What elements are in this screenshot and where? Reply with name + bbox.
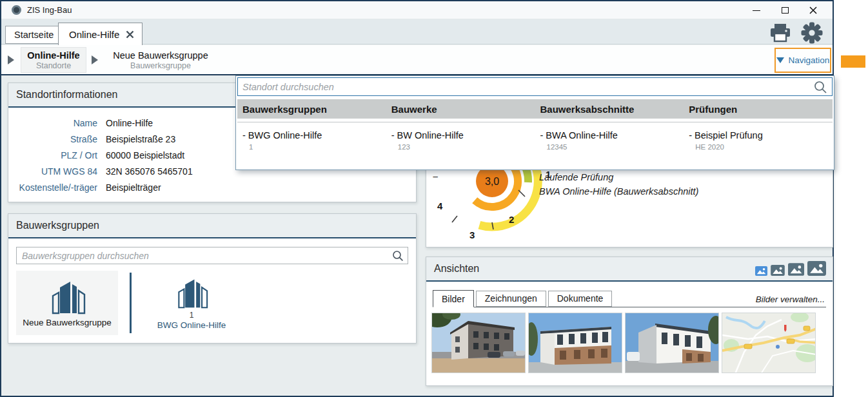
gauge-scale-label-4: 4 [437,200,443,211]
print-icon[interactable] [769,23,791,43]
tab-label: Zeichnungen [485,293,537,304]
item-subtitle: 123 [386,143,535,151]
panel-title: Ansichten [434,263,479,275]
tab-label: Dokumente [557,293,604,304]
item-subtitle: HE 2020 [684,143,833,151]
dropdown-item-bwa[interactable]: - BWA Online-Hilfe 12345 [535,130,684,151]
search-icon [814,81,827,94]
gauge-legend-line2: BWA Online-Hilfe (Bauwerksabschnitt) [539,184,698,198]
tab-bar: Startseite Online-Hilfe [1,19,833,44]
info-label: PLZ / Ort [8,150,97,160]
annotation-marker-orange [841,55,865,68]
info-label: Straße [8,134,97,144]
item-subtitle: 12345 [535,143,684,151]
gauge-tick [452,216,457,222]
panel-ansichten: Ansichten [426,257,833,386]
column-header-bauwerksgruppen: Bauwerksgruppen [237,104,386,115]
tab-bilder[interactable]: Bilder [433,290,474,307]
breadcrumb-item-bauwerksgruppe[interactable]: Neue Bauwerksgruppe Bauwerksgruppe [103,47,218,73]
image-size-medium-icon[interactable] [771,265,785,276]
image-size-large-icon[interactable] [788,263,804,276]
tab-online-hilfe-label: Online-Hilfe [69,29,119,40]
column-header-bauwerksabschnitte: Bauwerksabschnitte [535,104,684,115]
item-title: - Beispiel Prüfung [684,130,833,140]
tile-number: 1 [190,311,194,320]
breadcrumb-item-standort[interactable]: Online-Hilfe Standorte [21,47,86,73]
breadcrumb-item-title: Neue Bauwerksgruppe [113,50,208,61]
item-title: - BW Online-Hilfe [386,130,535,140]
breadcrumb: Online-Hilfe Standorte Neue Bauwerksgrup… [1,45,833,75]
breadcrumb-arrow-icon [92,55,98,64]
info-row-kostenstelle: Kostenstelle/-träger Beispielträger [8,179,416,195]
navigation-dropdown-button[interactable]: Navigation [774,48,831,73]
info-value: Beispielträger [106,182,161,193]
app-logo-icon [12,5,21,15]
dropdown-column-headers: Bauwerksgruppen Bauwerke Bauwerksabschni… [237,99,833,119]
maximize-icon [782,7,789,14]
tile-divider [130,273,132,333]
dropdown-separator [237,122,833,122]
bauwerksgruppen-search-input[interactable] [17,247,408,264]
navigation-button-label: Navigation [789,55,830,65]
dropdown-item-bwg[interactable]: - BWG Online-Hilfe 1 [237,130,386,151]
window-title: ZIS Ing-Bau [27,5,72,15]
gauge-scale-label-dash: – [433,171,438,182]
panel-title: Bauwerksgruppen [8,214,416,238]
breadcrumb-item-title: Online-Hilfe [27,50,79,61]
bilder-verwalten-link[interactable]: Bilder verwalten... [756,295,825,304]
tab-label: Bilder [442,294,465,304]
thumbnail-building-photo-2[interactable] [528,313,622,373]
item-title: - BWG Online-Hilfe [237,130,386,140]
bauwerksgruppen-search [16,247,408,264]
breadcrumb-item-subtitle: Standorte [36,61,71,70]
info-value: 32N 365076 5465701 [106,166,193,177]
tab-startseite[interactable]: Startseite [5,26,63,44]
standort-search [237,77,833,96]
standort-search-input[interactable] [238,78,832,95]
breadcrumb-arrow-icon [8,55,14,64]
item-subtitle: 1 [237,143,386,151]
info-value: Online-Hilfe [106,118,153,128]
image-size-small-icon[interactable] [755,266,767,276]
close-icon [809,6,817,14]
image-size-xlarge-icon[interactable] [807,261,826,276]
navigation-dropdown-panel: Bauwerksgruppen Bauwerke Bauwerksabschni… [235,75,834,170]
breadcrumb-item-subtitle: Bauwerksgruppe [130,61,191,70]
building-icon [47,278,87,315]
tab-dokumente[interactable]: Dokumente [548,291,613,307]
column-header-pruefungen: Prüfungen [684,104,833,115]
info-label: Name [8,118,97,128]
close-button[interactable] [799,1,827,19]
gauge-legend-line1: Laufende Prüfung [539,170,698,184]
thumbnail-map-view[interactable] [722,313,816,373]
column-header-bauwerke: Bauwerke [386,104,535,115]
info-label: Kostenstelle/-träger [8,182,97,193]
tile-label: BWG Online-Hilfe [157,320,226,330]
tab-close-icon[interactable] [126,30,134,39]
maximize-button[interactable] [771,1,799,19]
building-icon [172,276,212,309]
panel-bauwerksgruppen: Bauwerksgruppen Neue Bauwerksgruppe [8,213,417,344]
dropdown-item-bw[interactable]: - BW Online-Hilfe 123 [386,130,535,151]
tile-label: Neue Bauwerksgruppe [23,318,111,327]
thumbnail-building-photo-1[interactable] [431,313,526,373]
gauge-scale-label-2: 2 [509,214,514,225]
info-label: UTM WGS 84 [8,166,97,177]
thumbnail-building-photo-3[interactable] [625,313,719,373]
tab-online-hilfe[interactable]: Online-Hilfe [58,23,143,45]
app-window: ZIS Ing-Bau Startseite Online-Hilfe [0,0,834,397]
minimize-button[interactable] [742,1,771,19]
gauge-tick [518,190,525,197]
tab-zeichnungen[interactable]: Zeichnungen [476,291,546,307]
gear-icon[interactable] [800,21,824,44]
tile-neue-bauwerksgruppe[interactable]: Neue Bauwerksgruppe [16,271,118,335]
gauge-scale-label-3: 3 [469,229,475,240]
dropdown-item-pruefung[interactable]: - Beispiel Prüfung HE 2020 [684,130,833,151]
info-value: Beispielstraße 23 [106,134,175,144]
tile-bwg-online-hilfe[interactable]: 1 BWG Online-Hilfe [143,271,240,335]
chevron-down-icon [776,57,784,63]
search-icon [392,250,404,262]
minimize-icon [753,10,760,11]
gauge-value: 3,0 [485,176,499,187]
title-bar: ZIS Ing-Bau [1,1,833,19]
